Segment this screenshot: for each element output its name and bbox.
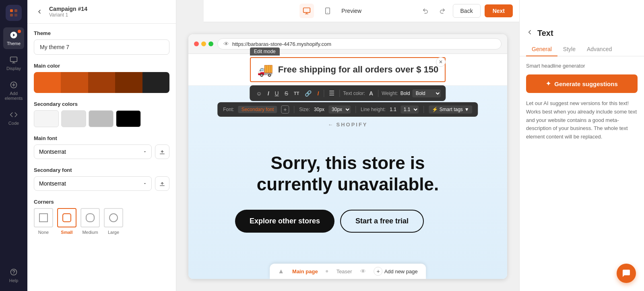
color-swatch-4[interactable] xyxy=(115,72,142,93)
sec-swatch-2[interactable] xyxy=(61,110,86,127)
underline-button[interactable]: U xyxy=(273,89,281,97)
theme-section: Theme xyxy=(34,30,169,55)
main-area: Preview Back Next xyxy=(176,0,519,291)
smart-tags-button[interactable]: ⚡ Smart tags ▼ xyxy=(429,105,473,114)
main-color-palette[interactable] xyxy=(34,72,169,93)
align-button[interactable]: ☰ xyxy=(327,89,336,98)
right-panel-header: Text xyxy=(520,22,644,38)
browser-bar: 👁 https://barbaras-store-4476.myshopify.… xyxy=(188,34,507,54)
corner-box-none xyxy=(34,208,53,227)
italic-button[interactable]: I xyxy=(266,89,271,97)
explore-stores-button[interactable]: Explore other stores xyxy=(235,210,334,233)
chat-bubble-button[interactable] xyxy=(617,264,636,283)
browser-dots xyxy=(194,41,213,46)
text-color-picker[interactable]: A xyxy=(367,89,375,97)
color-swatch-3[interactable] xyxy=(88,72,115,93)
text-format-toolbar: ☺ I U S TT 🔗 I ☰ Text color: A Weight: B… xyxy=(250,85,446,101)
main-font-label: Main font xyxy=(34,135,169,141)
secondary-font-row: Montserrat xyxy=(34,176,169,191)
color-swatch-5[interactable] xyxy=(142,72,169,93)
back-top-button[interactable]: Back xyxy=(453,4,481,18)
sidebar-item-code[interactable]: Code xyxy=(3,107,24,129)
teaser-visibility-icon[interactable]: 👁 xyxy=(360,268,366,274)
start-trial-button[interactable]: Start a free trial xyxy=(340,210,424,233)
right-panel-title: Text xyxy=(537,29,553,38)
back-button[interactable] xyxy=(34,6,45,17)
main-color-section: Main color xyxy=(34,63,169,93)
link-button[interactable]: 🔗 xyxy=(303,89,313,97)
tab-general[interactable]: General xyxy=(526,43,557,56)
right-panel-back-button[interactable] xyxy=(526,29,533,38)
generate-suggestions-button[interactable]: ✦ Generate suggestions xyxy=(526,74,638,93)
close-banner-button[interactable]: ✕ xyxy=(436,57,446,67)
add-new-page-button[interactable]: + Add new page xyxy=(374,267,418,276)
display-icon xyxy=(9,56,18,64)
corner-label-small: Small xyxy=(61,230,72,235)
italic-style-button[interactable]: I xyxy=(316,89,320,97)
weight-select[interactable]: Bold Regular xyxy=(413,89,441,97)
sec-swatch-1[interactable] xyxy=(34,110,59,127)
browser-frame: 👁 https://barbaras-store-4476.myshopify.… xyxy=(188,34,507,279)
strikethrough-button[interactable]: S xyxy=(283,89,290,97)
corner-label-none: None xyxy=(38,230,49,235)
main-font-select[interactable]: Montserrat xyxy=(34,144,152,159)
page-dot xyxy=(326,270,328,272)
sidebar-item-help[interactable]: Help xyxy=(3,264,24,286)
corner-option-none[interactable]: None xyxy=(34,208,53,235)
app-logo[interactable] xyxy=(6,5,22,21)
dot-green xyxy=(208,41,213,46)
main-font-upload-button[interactable] xyxy=(155,144,169,159)
secondary-font-upload-button[interactable] xyxy=(155,176,169,191)
tab-style[interactable]: Style xyxy=(557,43,581,56)
dot-yellow xyxy=(201,41,206,46)
secondary-font-select[interactable]: Montserrat xyxy=(34,176,152,191)
corner-option-large[interactable]: Large xyxy=(104,208,123,235)
next-button[interactable]: Next xyxy=(485,4,513,17)
theme-panel-header: Campaign #14 Variant 1 xyxy=(27,0,176,24)
page-up-button[interactable]: ▲ xyxy=(278,268,284,275)
page-nav-bar: ▲ Main page Teaser 👁 + Add new page xyxy=(270,264,426,279)
sec-swatch-4[interactable] xyxy=(116,110,141,127)
corner-option-medium[interactable]: Medium xyxy=(80,208,100,235)
shipping-text: Free shipping for all orders over $ 150 xyxy=(278,64,439,75)
mobile-device-button[interactable] xyxy=(320,4,335,18)
tab-advanced[interactable]: Advanced xyxy=(581,43,617,56)
undo-button[interactable] xyxy=(419,4,432,17)
svg-rect-1 xyxy=(14,9,17,12)
text-format-toolbar-row2: Font: Secondary font + Size: 30px 30px L… xyxy=(217,102,478,117)
add-font-button[interactable]: + xyxy=(281,105,289,114)
url-text: https://barbaras-store-4476.myshopify.co… xyxy=(232,41,331,47)
redo-button[interactable] xyxy=(436,4,449,17)
theme-name-input[interactable] xyxy=(34,39,169,55)
main-color-label: Main color xyxy=(34,63,169,69)
corner-label-large: Large xyxy=(108,230,119,235)
font-value[interactable]: Secondary font xyxy=(238,106,277,113)
smart-tags-chevron: ▼ xyxy=(464,107,469,112)
store-buttons: Explore other stores Start a free trial xyxy=(235,210,460,233)
corner-box-small xyxy=(57,208,76,227)
corner-option-small[interactable]: Small xyxy=(57,208,76,235)
line-height-select[interactable]: 1.1 xyxy=(400,105,419,114)
color-swatch-2[interactable] xyxy=(61,72,88,93)
sec-swatch-3[interactable] xyxy=(89,110,114,127)
main-page-tab[interactable]: Main page xyxy=(292,268,318,274)
theme-icon xyxy=(9,31,18,39)
eye-icon: 👁 xyxy=(223,41,229,47)
sparkle-icon: ✦ xyxy=(546,80,551,87)
corners-options: None Small Medium xyxy=(34,208,169,235)
sidebar-item-add-elements[interactable]: Add elements xyxy=(3,77,24,104)
color-swatch-1[interactable] xyxy=(34,72,61,93)
shipping-banner[interactable]: Edit mode 🚚 Free shipping for all orders… xyxy=(250,57,446,82)
corners-section: Corners None Small xyxy=(34,199,169,235)
size-select[interactable]: 30px xyxy=(328,105,351,114)
size-label: Size: xyxy=(299,107,310,112)
svg-rect-2 xyxy=(10,14,13,17)
desktop-device-button[interactable] xyxy=(299,4,314,18)
campaign-info: Campaign #14 Variant 1 xyxy=(49,6,169,18)
teaser-tab[interactable]: Teaser xyxy=(336,268,352,274)
emoji-button[interactable]: ☺ xyxy=(254,89,263,97)
sidebar-item-display[interactable]: Display xyxy=(3,52,24,74)
dot-red xyxy=(194,41,199,46)
sidebar-item-theme[interactable]: Theme xyxy=(3,27,24,49)
tt-button[interactable]: TT xyxy=(292,90,301,97)
